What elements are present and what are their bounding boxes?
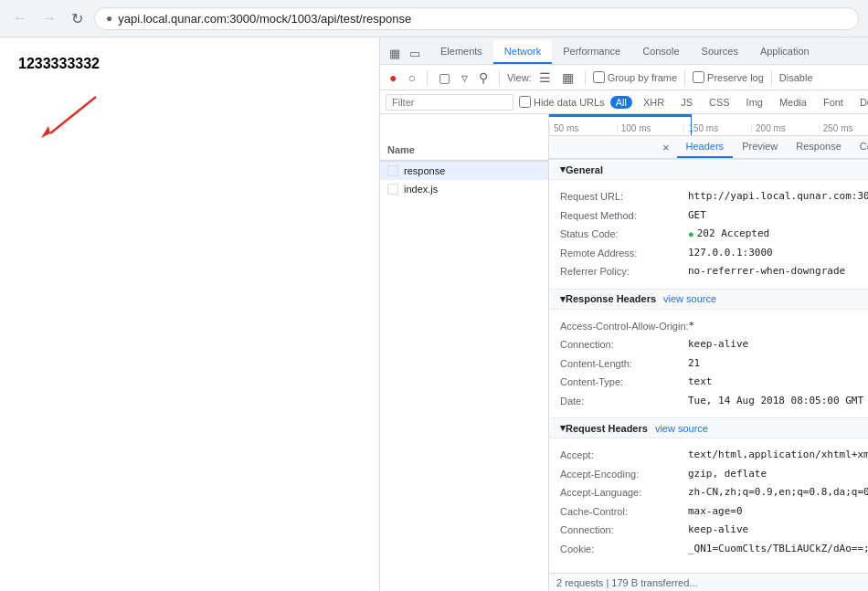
request-row-accept-language: Accept-Language: zh-CN,zh;q=0.9,en;q=0.8… xyxy=(560,483,868,502)
tab-performance[interactable]: Performance xyxy=(552,40,631,64)
filter-type-font[interactable]: Font xyxy=(818,96,849,109)
view-list-button[interactable]: ☰ xyxy=(535,69,555,87)
record-button[interactable]: ● xyxy=(386,69,400,87)
tab-sources[interactable]: Sources xyxy=(691,40,749,64)
general-title: General xyxy=(566,164,603,175)
main-right-area: 50 ms 100 ms 150 ms 200 ms 250 ms 300 × … xyxy=(549,114,868,591)
tick-150ms: 150 ms xyxy=(683,123,751,133)
forward-button[interactable]: → xyxy=(38,8,60,28)
request-key-accept: Accept: xyxy=(560,448,688,463)
timeline-ruler: 50 ms 100 ms 150 ms 200 ms 250 ms 300 xyxy=(549,114,868,136)
filter-bar: Hide data URLs All XHR JS CSS Img Media … xyxy=(380,90,868,114)
view-label: View: xyxy=(507,72,532,83)
response-row-date: Date: Tue, 14 Aug 2018 08:05:00 GMT xyxy=(560,392,868,411)
request-value-connection: keep-alive xyxy=(688,522,748,538)
toolbar-separator-3 xyxy=(585,70,586,85)
response-row-acao: Access-Control-Allow-Origin: * xyxy=(560,317,868,336)
filter-type-media[interactable]: Media xyxy=(774,96,812,109)
camera-button[interactable]: ▢ xyxy=(435,69,454,87)
request-key-connection: Connection: xyxy=(560,522,688,538)
devtools-toolbar: ● ○ ▢ ▿ ⚲ View: ☰ ▦ Group by frame Prese… xyxy=(380,65,868,90)
red-arrow-annotation xyxy=(32,88,105,142)
filter-type-js[interactable]: JS xyxy=(675,96,698,109)
view-waterfall-button[interactable]: ▦ xyxy=(558,69,577,87)
request-view-source-link[interactable]: view source xyxy=(655,423,708,434)
filter-type-css[interactable]: CSS xyxy=(704,96,736,109)
request-key-cache-control: Cache-Control: xyxy=(560,504,688,520)
filter-type-doc[interactable]: Doc xyxy=(854,96,868,109)
filter-type-all[interactable]: All xyxy=(610,96,632,109)
tab-network[interactable]: Network xyxy=(493,40,552,64)
response-key-acao: Access-Control-Allow-Origin: xyxy=(560,319,689,334)
filter-type-xhr[interactable]: XHR xyxy=(638,96,670,109)
timeline-progress-bar xyxy=(549,114,691,117)
request-value-accept-language: zh-CN,zh;q=0.9,en;q=0.8,da;q=0... xyxy=(688,485,868,501)
response-value-connection: keep-alive xyxy=(688,337,748,353)
tab-elements[interactable]: Elements xyxy=(429,40,493,64)
detail-close-button[interactable]: × xyxy=(655,136,677,158)
response-value-content-type: text xyxy=(688,375,713,390)
general-section: Request URL: http://yapi.local.qunar.com… xyxy=(549,180,868,289)
general-key-referrer: Referrer Policy: xyxy=(560,264,688,280)
file-item-response[interactable]: response xyxy=(380,162,548,180)
tab-application[interactable]: Application xyxy=(749,40,820,64)
response-key-content-length: Content-Length: xyxy=(560,356,688,372)
general-value-url: http://yapi.local.qunar.com:3000/mo... xyxy=(688,189,868,205)
status-green-dot: ● xyxy=(688,227,694,242)
timeline-header: Name xyxy=(380,114,548,162)
device-icon-button[interactable]: ▭ xyxy=(406,43,424,64)
address-bar[interactable]: ● yapi.local.qunar.com:3000/mock/1003/ap… xyxy=(94,7,859,30)
reload-button[interactable]: ↻ xyxy=(68,8,87,29)
request-headers-section-header: ▾ Request Headers view source xyxy=(549,417,868,438)
page-number: 1233333332 xyxy=(18,56,361,72)
general-row-referrer: Referrer Policy: no-referrer-when-downgr… xyxy=(560,262,868,281)
detail-tabs: × Headers Preview Response Cookies Timin… xyxy=(549,136,868,159)
tick-100ms: 100 ms xyxy=(617,123,684,133)
tick-250ms: 250 ms xyxy=(819,123,868,133)
status-bar-text: 2 requests | 179 B transferred... xyxy=(556,577,698,588)
response-key-date: Date: xyxy=(560,394,688,409)
name-header: Name xyxy=(387,144,415,155)
general-row-method: Request Method: GET xyxy=(560,206,868,226)
detail-tab-headers[interactable]: Headers xyxy=(677,136,734,158)
response-key-connection: Connection: xyxy=(560,337,688,353)
filter-type-img[interactable]: Img xyxy=(741,96,768,109)
request-value-accept: text/html,application/xhtml+xml,applica.… xyxy=(688,448,868,463)
filter-input[interactable] xyxy=(386,94,513,111)
hide-data-urls-checkbox[interactable]: Hide data URLs xyxy=(519,96,605,108)
inspect-icon-button[interactable]: ▦ xyxy=(386,43,404,64)
detail-tab-response[interactable]: Response xyxy=(787,136,851,158)
timeline-cursor xyxy=(691,114,692,135)
file-list: Name response index.js xyxy=(380,114,549,591)
search-button[interactable]: ⚲ xyxy=(475,69,492,87)
response-row-connection: Connection: keep-alive xyxy=(560,335,868,354)
toolbar-separator-1 xyxy=(427,70,428,85)
file-item-indexjs[interactable]: index.js xyxy=(380,180,548,198)
filter-button[interactable]: ▿ xyxy=(458,69,471,87)
request-value-cache-control: max-age=0 xyxy=(688,504,743,520)
response-headers-section-header: ▾ Response Headers view source xyxy=(549,289,868,310)
request-row-accept: Accept: text/html,application/xhtml+xml,… xyxy=(560,446,868,465)
response-view-source-link[interactable]: view source xyxy=(663,293,716,304)
detail-tab-preview[interactable]: Preview xyxy=(733,136,787,158)
general-key-url: Request URL: xyxy=(560,189,688,205)
network-panel: Name response index.js xyxy=(380,114,868,591)
group-by-frame-checkbox[interactable]: Group by frame xyxy=(593,71,677,83)
general-row-status: Status Code: ● 202 Accepted xyxy=(560,225,868,244)
file-item-checkbox-response xyxy=(387,165,398,176)
clear-button[interactable]: ○ xyxy=(404,69,418,87)
response-value-acao: * xyxy=(689,319,695,334)
devtools-tab-icons: ▦ ▭ xyxy=(380,43,429,64)
general-row-url: Request URL: http://yapi.local.qunar.com… xyxy=(560,187,868,206)
tab-console[interactable]: Console xyxy=(631,40,690,64)
preserve-log-checkbox[interactable]: Preserve log xyxy=(693,71,764,83)
detail-tab-cookies[interactable]: Cookies xyxy=(851,136,868,158)
response-key-content-type: Content-Type: xyxy=(560,375,688,390)
lock-icon: ● xyxy=(106,12,112,25)
svg-marker-1 xyxy=(41,126,50,138)
status-bar: 2 requests | 179 B transferred... xyxy=(549,573,868,591)
back-button[interactable]: ← xyxy=(9,8,31,28)
general-key-method: Request Method: xyxy=(560,208,688,224)
request-key-accept-encoding: Accept-Encoding: xyxy=(560,467,688,482)
response-row-content-length: Content-Length: 21 xyxy=(560,354,868,374)
